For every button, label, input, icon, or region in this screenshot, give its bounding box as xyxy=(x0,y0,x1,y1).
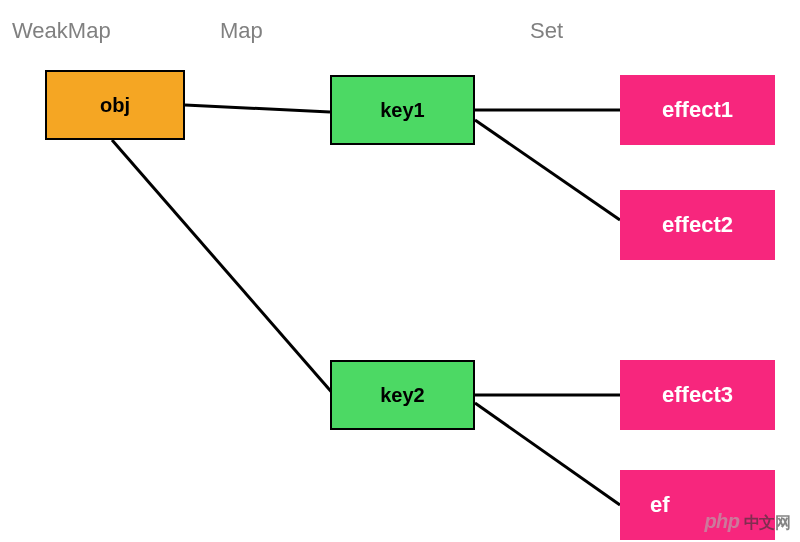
node-effect1: effect1 xyxy=(620,75,775,145)
header-set-label: Set xyxy=(530,18,563,44)
node-key2-label: key2 xyxy=(380,384,425,407)
watermark-suffix: 中文网 xyxy=(744,514,791,531)
node-key1-label: key1 xyxy=(380,99,425,122)
node-effect4-label: ef xyxy=(650,492,670,518)
node-effect2: effect2 xyxy=(620,190,775,260)
svg-line-5 xyxy=(475,403,620,505)
node-obj-label: obj xyxy=(100,94,130,117)
header-weakmap-label: WeakMap xyxy=(12,18,111,44)
svg-line-1 xyxy=(112,140,335,396)
node-key1: key1 xyxy=(330,75,475,145)
node-effect3-label: effect3 xyxy=(662,382,733,408)
node-effect3: effect3 xyxy=(620,360,775,430)
watermark: php 中文网 xyxy=(704,510,790,534)
node-effect2-label: effect2 xyxy=(662,212,733,238)
node-effect1-label: effect1 xyxy=(662,97,733,123)
watermark-brand: php xyxy=(704,510,739,532)
node-obj: obj xyxy=(45,70,185,140)
svg-line-0 xyxy=(185,105,330,112)
header-map-label: Map xyxy=(220,18,263,44)
svg-line-3 xyxy=(475,120,620,220)
node-key2: key2 xyxy=(330,360,475,430)
